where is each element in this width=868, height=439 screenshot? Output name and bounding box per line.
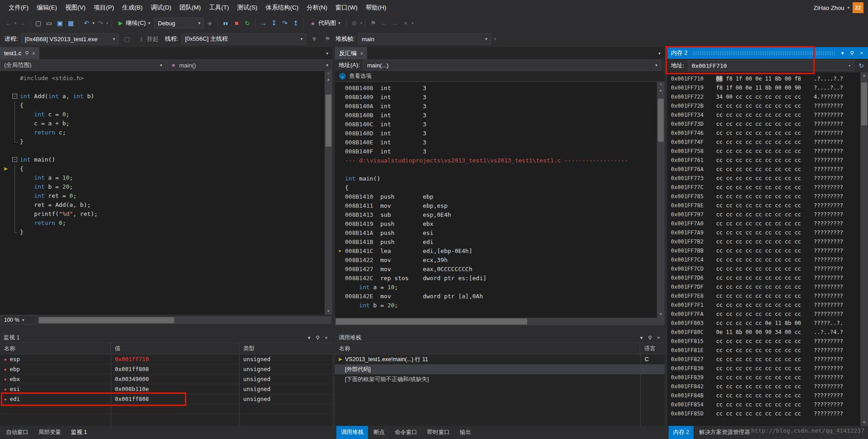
pin-icon[interactable]: ⚲ bbox=[647, 335, 653, 341]
scrollbar-thumb[interactable] bbox=[39, 317, 174, 323]
scroll-up-icon[interactable]: ▲ bbox=[325, 76, 332, 83]
menu-item[interactable]: 分析(N) bbox=[302, 1, 331, 14]
scroll-down-icon[interactable]: ▼ bbox=[657, 311, 665, 318]
document-tab-disassembly[interactable]: 反汇编 × bbox=[335, 47, 367, 59]
menu-item[interactable]: 窗口(W) bbox=[331, 1, 362, 14]
scrollbar-thumb[interactable] bbox=[861, 82, 867, 125]
watch-row[interactable]: ◆ebx0x00349000unsigned bbox=[0, 374, 332, 384]
window-position-icon[interactable]: ▾ bbox=[840, 50, 845, 56]
column-divider[interactable] bbox=[239, 354, 240, 426]
memory-row[interactable]: 0x001FF773cc cc cc cc cc cc cc cc cc????… bbox=[671, 174, 868, 183]
prev-bookmark-icon[interactable]: ← bbox=[379, 18, 389, 28]
navigate-back-icon[interactable]: ← bbox=[4, 18, 14, 28]
memory-row[interactable]: 0x001FF78Ecc cc cc cc cc cc cc cc cc????… bbox=[671, 201, 868, 210]
memory-row[interactable]: 0x001FF734cc cc cc cc cc cc cc cc cc????… bbox=[671, 110, 868, 119]
menu-item[interactable]: 文件(F) bbox=[5, 1, 33, 14]
scope-combo[interactable]: (全局范围) ▾ bbox=[0, 60, 166, 71]
memory-row[interactable]: 0x001FF797cc cc cc cc cc cc cc cc cc????… bbox=[671, 210, 868, 219]
disassembly-line[interactable]: 008B1419 pushebx bbox=[335, 220, 665, 229]
memory-row[interactable]: 0x001FF7FAcc cc cc cc cc cc cc cc cc????… bbox=[671, 310, 868, 319]
panel-tab[interactable]: 内存 2 bbox=[669, 426, 693, 439]
column-header-value[interactable]: 值 bbox=[111, 343, 239, 354]
panel-tab[interactable]: 监视 1 bbox=[66, 426, 91, 439]
disassembly-line[interactable]: 008B142C rep stosdword ptr es:[edi] bbox=[335, 274, 665, 283]
memory-row[interactable]: 0x001FF761cc cc cc cc cc cc cc cc cc????… bbox=[671, 156, 868, 165]
memory-row[interactable]: 0x001FF7CDcc cc cc cc cc cc cc cc cc????… bbox=[671, 264, 868, 273]
scrollbar-thumb[interactable] bbox=[336, 319, 527, 324]
stop-debugging-icon[interactable]: ■ bbox=[231, 18, 241, 28]
disassembly-line[interactable]: 008B1409 int3 bbox=[335, 93, 665, 102]
restart-icon[interactable]: ↻ bbox=[242, 18, 252, 28]
watch-row[interactable]: ◆esp0x001ff710unsigned bbox=[0, 354, 332, 364]
filter-threads-icon[interactable]: ▼ bbox=[309, 34, 319, 44]
menu-item[interactable]: 体系结构(C) bbox=[262, 1, 303, 14]
chevron-down-icon[interactable]: ▾ bbox=[847, 5, 849, 10]
memory-row[interactable]: 0x001FF785cc cc cc cc cc cc cc cc cc????… bbox=[671, 192, 868, 201]
expander-icon[interactable]: ⌄ bbox=[339, 73, 346, 80]
close-icon[interactable]: × bbox=[656, 335, 661, 340]
disassembly-line[interactable]: 008B141A pushesi bbox=[335, 229, 665, 238]
memory-row[interactable]: 0x001FF746cc cc cc cc cc cc cc cc cc????… bbox=[671, 129, 868, 138]
continue-button[interactable]: ▶ 继续(C) ▾ bbox=[114, 17, 154, 29]
menu-item[interactable]: 生成(B) bbox=[118, 1, 146, 14]
bookmark-icon[interactable]: ⚑ bbox=[368, 18, 378, 28]
new-file-icon[interactable]: ▢ bbox=[33, 18, 43, 28]
avatar[interactable]: ZZ bbox=[853, 2, 863, 13]
memory-row[interactable]: 0x001FF839cc cc cc cc cc cc cc cc cc????… bbox=[671, 373, 868, 382]
open-file-icon[interactable]: ▭ bbox=[44, 18, 54, 28]
flag-threads-icon[interactable]: ⚑ bbox=[322, 34, 332, 44]
code-editor[interactable]: #include <stdio.h>−int Add(int a, int b)… bbox=[0, 71, 332, 315]
memory-row[interactable]: 0x001FF85Dcc cc cc cc cc cc cc cc cc????… bbox=[671, 409, 868, 418]
platform-icon[interactable]: ◈ bbox=[205, 18, 215, 28]
memory-row[interactable]: 0x001FF7D6cc cc cc cc cc cc cc cc cc????… bbox=[671, 273, 868, 282]
column-header-language[interactable]: 语言 bbox=[640, 343, 665, 354]
navigate-back-dropdown-icon[interactable]: ▾ bbox=[14, 21, 17, 25]
memory-row[interactable]: 0x001FF827cc cc cc cc cc cc cc cc cc????… bbox=[671, 355, 868, 364]
disable-breakpoints-icon[interactable]: ⊘ bbox=[349, 18, 359, 28]
memory-row[interactable]: 0x001FF7A0cc cc cc cc cc cc cc cc cc????… bbox=[671, 219, 868, 228]
scroll-down-icon[interactable]: ▼ bbox=[325, 308, 332, 315]
callstack-panel-header[interactable]: 调用堆栈 ▾ ⚲ × bbox=[335, 333, 665, 343]
disassembly-address-combo[interactable]: main(...) ▾ bbox=[363, 60, 661, 71]
column-divider[interactable] bbox=[640, 354, 641, 426]
column-divider[interactable] bbox=[111, 354, 111, 426]
fold-toggle-icon[interactable]: − bbox=[12, 94, 17, 99]
codemap-button[interactable]: ◈ 代码图 ▾ bbox=[307, 17, 344, 29]
window-position-icon[interactable]: ▾ bbox=[639, 335, 644, 341]
editor-horizontal-scrollbar[interactable] bbox=[38, 316, 331, 324]
disassembly-line[interactable]: { bbox=[335, 183, 665, 192]
disassembly-line[interactable]: 008B1413 subesp,0E4h bbox=[335, 210, 665, 220]
redo-icon[interactable]: ↷ bbox=[95, 18, 105, 28]
memory-row[interactable]: 0x001FF71008 f8 1f 00 0e 11 8b 00 f8.?..… bbox=[671, 74, 868, 83]
stack-frame-combo[interactable]: main ▾ bbox=[358, 33, 491, 44]
close-icon[interactable]: × bbox=[859, 50, 864, 56]
watch-row[interactable]: ◆ebp0x001ff808unsigned bbox=[0, 364, 332, 374]
memory-row[interactable]: 0x001FF7E8cc cc cc cc cc cc cc cc cc????… bbox=[671, 291, 868, 301]
disassembly-line[interactable]: 008B141B pushedi bbox=[335, 238, 665, 247]
refresh-icon[interactable]: ↻ bbox=[858, 61, 864, 71]
memory-row[interactable]: 0x001FF74Fcc cc cc cc cc cc cc cc cc????… bbox=[671, 138, 868, 147]
pin-icon[interactable]: ⚲ bbox=[849, 50, 855, 56]
close-icon[interactable]: × bbox=[360, 51, 363, 56]
disassembly-line[interactable]: 008B1422 movecx,39h bbox=[335, 256, 665, 265]
memory-row[interactable]: 0x001FF7A9cc cc cc cc cc cc cc cc cc????… bbox=[671, 228, 868, 237]
tab-list-dropdown-icon[interactable]: ▾ bbox=[654, 47, 665, 59]
user-name[interactable]: ZiHao Zhou bbox=[814, 5, 844, 11]
disassembly-line[interactable]: 008B1410 pushebp bbox=[335, 192, 665, 201]
column-header-name[interactable]: 名称 bbox=[0, 343, 111, 354]
memory-row[interactable]: 0x001FF72Bcc cc cc cc cc cc cc cc cc????… bbox=[671, 101, 868, 110]
fold-toggle-icon[interactable]: − bbox=[12, 157, 17, 162]
horizontal-splitter[interactable] bbox=[0, 325, 332, 333]
navigate-forward-icon[interactable]: → bbox=[18, 18, 28, 28]
callstack-row[interactable]: ➤VS2013_test1.exe!main(...) 行 11C bbox=[335, 354, 665, 364]
memory-row[interactable]: 0x001FF854cc cc cc cc cc cc cc cc cc????… bbox=[671, 400, 868, 409]
menu-item[interactable]: 编辑(E) bbox=[33, 1, 61, 14]
memory-row[interactable]: 0x001FF72234 00 cc cc cc cc cc cc cc4.??… bbox=[671, 92, 868, 101]
suspend-thread-button[interactable]: ∥ 挂起 bbox=[135, 33, 162, 45]
memory-row[interactable]: 0x001FF80C0e 11 8b 00 00 90 34 00 cc..?.… bbox=[671, 328, 868, 337]
menu-item[interactable]: 团队(M) bbox=[175, 1, 205, 14]
disassembly-line[interactable]: 008B1408 int3 bbox=[335, 84, 665, 93]
memory-row[interactable]: 0x001FF77Ccc cc cc cc cc cc cc cc cc????… bbox=[671, 183, 868, 192]
tab-list-dropdown-icon[interactable]: ▾ bbox=[322, 47, 332, 59]
column-header-type[interactable]: 类型 bbox=[239, 343, 332, 354]
